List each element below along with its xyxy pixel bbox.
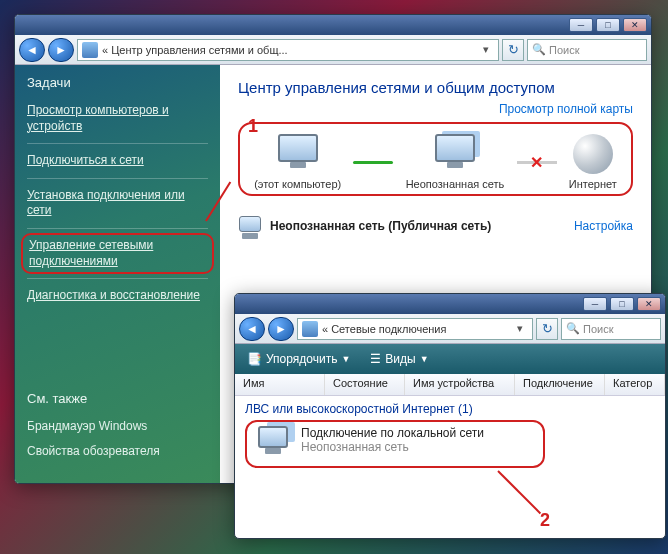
sidebar-item-view-computers[interactable]: Просмотр компьютеров и устройств xyxy=(27,98,208,139)
sidebar-item-firewall[interactable]: Брандмауэр Windows xyxy=(27,414,207,440)
maximize-button[interactable]: □ xyxy=(596,18,620,32)
network-small-icon xyxy=(238,216,262,236)
node-label: (этот компьютер) xyxy=(254,178,341,190)
refresh-button[interactable]: ↻ xyxy=(536,318,558,340)
breadcrumb: « Сетевые подключения xyxy=(322,323,446,335)
customize-link[interactable]: Настройка xyxy=(574,219,633,233)
col-device[interactable]: Имя устройства xyxy=(405,374,515,395)
back-button[interactable]: ◄ xyxy=(239,317,265,341)
views-button[interactable]: ☰ Виды ▼ xyxy=(364,349,434,369)
location-icon xyxy=(82,42,98,58)
maximize-button[interactable]: □ xyxy=(610,297,634,311)
col-name[interactable]: Имя xyxy=(235,374,325,395)
network-icon xyxy=(435,134,475,162)
computer-icon xyxy=(278,134,318,162)
connections-list: ЛВС или высокоскоростной Интернет (1) По… xyxy=(235,396,665,474)
network-connections-window: ─ □ ✕ ◄ ► « Сетевые подключения ▾ ↻ 🔍 По… xyxy=(234,293,666,539)
see-also-heading: См. также xyxy=(27,391,207,406)
breadcrumb-dropdown-icon[interactable]: ▾ xyxy=(512,322,528,335)
minimize-button[interactable]: ─ xyxy=(583,297,607,311)
navigation-bar: ◄ ► « Центр управления сетями и общ... ▾… xyxy=(15,35,651,65)
close-button[interactable]: ✕ xyxy=(623,18,647,32)
link-broken-icon xyxy=(517,161,557,164)
network-row: Неопознанная сеть (Публичная сеть) Настр… xyxy=(238,210,633,242)
navigation-bar: ◄ ► « Сетевые подключения ▾ ↻ 🔍 Поиск xyxy=(235,314,665,344)
refresh-button[interactable]: ↻ xyxy=(502,39,524,61)
organize-button[interactable]: 📑 Упорядочить ▼ xyxy=(241,349,356,369)
node-this-computer[interactable]: (этот компьютер) xyxy=(254,134,341,190)
network-map: (этот компьютер) Неопознанная сеть Интер… xyxy=(238,122,633,196)
toolbar: 📑 Упорядочить ▼ ☰ Виды ▼ xyxy=(235,344,665,374)
col-category[interactable]: Категор xyxy=(605,374,665,395)
chevron-down-icon: ▼ xyxy=(420,354,429,364)
connection-name: Подключение по локальной сети xyxy=(301,426,484,440)
column-headers: Имя Состояние Имя устройства Подключение… xyxy=(235,374,665,396)
search-icon: 🔍 xyxy=(566,322,580,335)
breadcrumb-dropdown-icon[interactable]: ▾ xyxy=(478,43,494,56)
sidebar-item-setup-connection[interactable]: Установка подключения или сети xyxy=(27,183,208,224)
network-label: Неопознанная сеть (Публичная сеть) xyxy=(270,219,574,233)
node-label: Интернет xyxy=(569,178,617,190)
minimize-button[interactable]: ─ xyxy=(569,18,593,32)
search-placeholder: Поиск xyxy=(583,323,613,335)
view-full-map-link[interactable]: Просмотр полной карты xyxy=(238,102,633,116)
forward-button[interactable]: ► xyxy=(48,38,74,62)
back-button[interactable]: ◄ xyxy=(19,38,45,62)
sidebar-item-manage-connections[interactable]: Управление сетевыми подключениями xyxy=(21,233,214,274)
breadcrumb: « Центр управления сетями и общ... xyxy=(102,44,288,56)
search-input[interactable]: 🔍 Поиск xyxy=(561,318,661,340)
connection-item[interactable]: Подключение по локальной сети Неопознанн… xyxy=(245,420,545,468)
page-title: Центр управления сетями и общим доступом xyxy=(238,79,633,96)
group-header[interactable]: ЛВС или высокоскоростной Интернет (1) xyxy=(245,402,655,416)
location-icon xyxy=(302,321,318,337)
address-bar[interactable]: « Центр управления сетями и общ... ▾ xyxy=(77,39,499,61)
col-connection[interactable]: Подключение xyxy=(515,374,605,395)
views-icon: ☰ xyxy=(370,352,381,366)
organize-icon: 📑 xyxy=(247,352,262,366)
search-icon: 🔍 xyxy=(532,43,546,56)
connection-status: Неопознанная сеть xyxy=(301,440,484,454)
lan-connection-icon xyxy=(253,426,293,462)
titlebar: ─ □ ✕ xyxy=(235,294,665,314)
close-button[interactable]: ✕ xyxy=(637,297,661,311)
chevron-down-icon: ▼ xyxy=(341,354,350,364)
node-label: Неопознанная сеть xyxy=(406,178,505,190)
sidebar-item-internet-options[interactable]: Свойства обозревателя xyxy=(27,439,207,465)
globe-icon xyxy=(573,134,613,174)
address-bar[interactable]: « Сетевые подключения ▾ xyxy=(297,318,533,340)
titlebar: ─ □ ✕ xyxy=(15,15,651,35)
tasks-sidebar: Задачи Просмотр компьютеров и устройств … xyxy=(15,65,220,483)
node-internet[interactable]: Интернет xyxy=(569,134,617,190)
node-unknown-network[interactable]: Неопознанная сеть xyxy=(406,134,505,190)
tasks-heading: Задачи xyxy=(27,75,208,90)
forward-button[interactable]: ► xyxy=(268,317,294,341)
sidebar-item-diagnose[interactable]: Диагностика и восстановление xyxy=(27,283,208,309)
sidebar-item-connect[interactable]: Подключиться к сети xyxy=(27,148,208,174)
search-input[interactable]: 🔍 Поиск xyxy=(527,39,647,61)
search-placeholder: Поиск xyxy=(549,44,579,56)
link-ok-icon xyxy=(353,161,393,164)
col-state[interactable]: Состояние xyxy=(325,374,405,395)
